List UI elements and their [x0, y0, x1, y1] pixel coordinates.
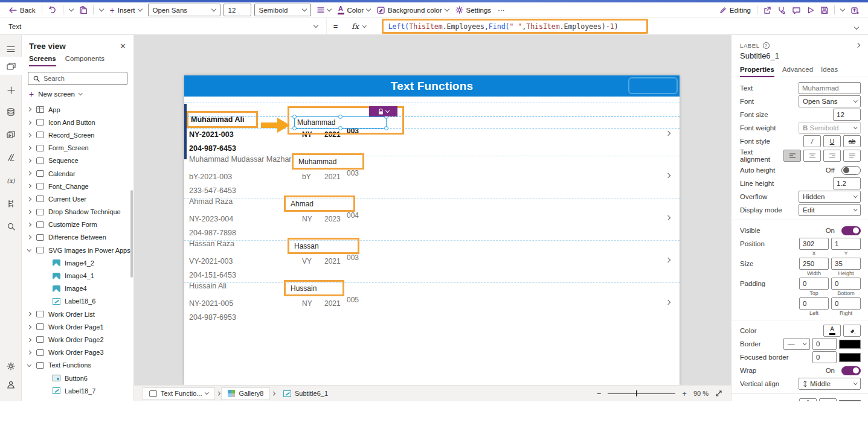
- rail-data-button[interactable]: [0, 103, 22, 121]
- undo-menu-chevron[interactable]: [66, 4, 76, 17]
- gallery-row[interactable]: Hussain AliHussain NY-2021-005 NY 2021 0…: [184, 280, 680, 322]
- text-property-input[interactable]: [799, 82, 861, 94]
- tree-scrollbar[interactable]: [130, 190, 133, 278]
- selected-control-menu-badge[interactable]: [369, 106, 397, 116]
- undo-button[interactable]: [45, 4, 60, 17]
- tab-properties[interactable]: Properties: [740, 66, 774, 77]
- row-chevron-icon[interactable]: [666, 258, 670, 262]
- help-icon[interactable]: ?: [763, 42, 770, 49]
- fit-to-screen-icon[interactable]: [715, 390, 722, 397]
- overflow-select[interactable]: Hidden: [799, 191, 861, 203]
- padding-bottom-input[interactable]: [831, 278, 861, 290]
- tree-item[interactable]: Work Order List: [22, 308, 133, 320]
- size-width-input[interactable]: [799, 258, 829, 270]
- wrap-toggle[interactable]: [841, 366, 861, 375]
- close-icon[interactable]: ✕: [120, 42, 126, 51]
- position-y-input[interactable]: [831, 238, 861, 250]
- chevron-right-icon[interactable]: [27, 171, 31, 175]
- rail-insert-button[interactable]: [0, 81, 22, 99]
- editing-mode-button[interactable]: Editing: [716, 4, 754, 17]
- font-weight-select[interactable]: Semibold: [254, 4, 311, 16]
- chevron-right-icon[interactable]: [27, 121, 31, 124]
- rail-search-button[interactable]: [0, 217, 22, 235]
- vertical-align-select[interactable]: Middle: [799, 378, 861, 390]
- rail-variables-button[interactable]: (x): [0, 171, 22, 189]
- chevron-right-icon[interactable]: [27, 351, 31, 354]
- chevron-right-icon[interactable]: [27, 197, 31, 201]
- strikethrough-button[interactable]: ab: [843, 135, 861, 147]
- formula-bar-expand-chevron[interactable]: [855, 23, 858, 30]
- app-canvas[interactable]: Text Functions Muhammad Ali NY-2021-003 …: [184, 75, 680, 385]
- tree-item[interactable]: Label18_7: [22, 384, 133, 397]
- selected-label-subtitle6-1[interactable]: Muhammad: [294, 116, 387, 129]
- chevron-right-icon[interactable]: [27, 325, 31, 329]
- paste-menu-chevron[interactable]: [97, 4, 106, 17]
- tree-item[interactable]: Text Functions: [22, 359, 133, 372]
- resize-handle[interactable]: [338, 126, 342, 130]
- italic-button[interactable]: /: [803, 135, 821, 147]
- resize-handle[interactable]: [292, 115, 297, 119]
- line-height-input[interactable]: [833, 177, 861, 189]
- rail-media-button[interactable]: [0, 126, 22, 144]
- breadcrumb-label-control[interactable]: Subtitle6_1: [277, 387, 335, 400]
- chevron-right-icon[interactable]: [27, 159, 31, 162]
- font-size-input[interactable]: 12: [223, 4, 251, 16]
- display-mode-select[interactable]: Edit: [799, 204, 861, 216]
- chevron-down-icon[interactable]: [27, 247, 31, 251]
- fx-menu[interactable]: fx: [344, 18, 373, 34]
- visible-toggle[interactable]: [841, 226, 861, 235]
- gallery-row[interactable]: Ahmad RazaAhmad NY-2023-004 NY 2023 004 …: [184, 195, 680, 238]
- align-right-button[interactable]: [823, 150, 841, 162]
- resize-handle[interactable]: [338, 115, 342, 119]
- tree-item[interactable]: Form_Screen: [22, 142, 133, 154]
- tree-search-box[interactable]: [28, 72, 127, 85]
- tree-item[interactable]: Current User: [22, 192, 133, 205]
- tree-item[interactable]: Label18_6: [22, 295, 133, 308]
- background-color-menu[interactable]: Background color: [374, 4, 452, 17]
- focused-border-width-input[interactable]: [812, 351, 837, 363]
- preview-button[interactable]: [804, 4, 817, 17]
- resize-handle[interactable]: [384, 126, 388, 130]
- paste-button[interactable]: [77, 4, 90, 17]
- gallery-row[interactable]: Muhammad Mudassar MazharMuhammad bY-2021…: [184, 153, 680, 195]
- align-left-button[interactable]: [783, 150, 801, 162]
- font-family-select[interactable]: Open Sans: [148, 4, 220, 16]
- chevron-down-icon[interactable]: [27, 363, 31, 366]
- tree-item[interactable]: Icon And Button: [22, 116, 133, 129]
- focused-border-color-swatch[interactable]: [839, 353, 861, 362]
- disabled-color-swatch[interactable]: [839, 400, 861, 402]
- zoom-slider-thumb[interactable]: [636, 390, 637, 396]
- font-property-select[interactable]: Open Sans: [799, 95, 861, 107]
- align-justify-button[interactable]: [843, 150, 861, 162]
- tree-item[interactable]: Work Order Page3: [22, 346, 133, 359]
- tree-item[interactable]: App: [22, 103, 133, 116]
- chevron-right-icon[interactable]: [27, 223, 31, 226]
- save-button[interactable]: [818, 4, 831, 17]
- chevron-right-icon[interactable]: [27, 133, 31, 137]
- disabled-fill-color-button[interactable]: [819, 398, 837, 401]
- tab-screens[interactable]: Screens: [29, 55, 56, 66]
- publish-button[interactable]: [848, 4, 862, 17]
- chevron-right-icon[interactable]: [27, 312, 31, 316]
- settings-button[interactable]: Settings: [452, 4, 495, 17]
- tab-advanced[interactable]: Advanced: [782, 66, 813, 77]
- tree-item[interactable]: Button6: [22, 372, 133, 384]
- back-button[interactable]: Back: [6, 4, 39, 17]
- chevron-right-icon[interactable]: [27, 146, 31, 150]
- new-screen-button[interactable]: + New screen: [22, 87, 133, 101]
- comments-button[interactable]: [789, 4, 803, 17]
- padding-right-input[interactable]: [831, 297, 861, 310]
- tree-item[interactable]: Work Order Page2: [22, 333, 133, 346]
- color-menu[interactable]: A Color: [335, 4, 373, 17]
- chevron-right-icon[interactable]: [27, 235, 31, 239]
- tree-item[interactable]: Image4: [22, 282, 133, 295]
- padding-top-input[interactable]: [799, 278, 829, 290]
- breadcrumb-screen[interactable]: Text Functio...: [143, 387, 215, 400]
- row-chevron-icon[interactable]: [666, 300, 670, 305]
- tree-item[interactable]: Font_Change: [22, 180, 133, 192]
- padding-left-input[interactable]: [799, 297, 829, 310]
- chevron-right-icon[interactable]: [27, 338, 31, 342]
- insert-button[interactable]: + Insert: [107, 4, 145, 17]
- fill-color-button[interactable]: [843, 325, 861, 337]
- share-button[interactable]: [760, 4, 774, 17]
